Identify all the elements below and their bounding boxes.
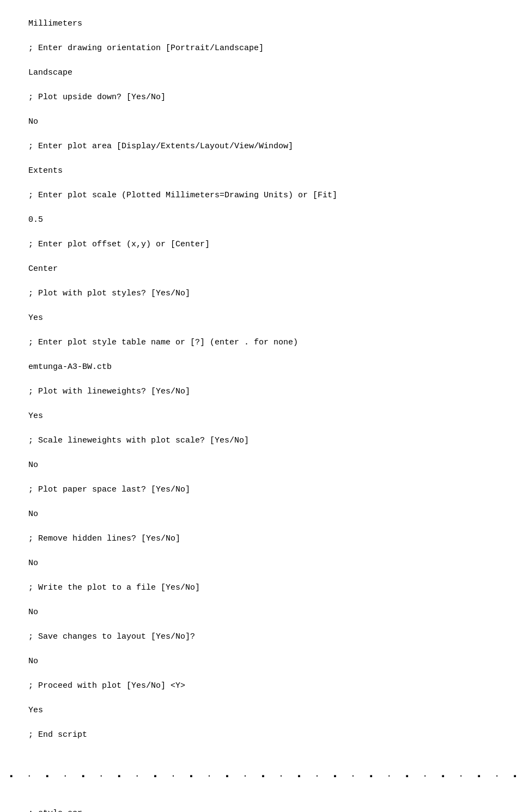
line-save-changes-comment: ; Save changes to layout [Yes/No]? <box>28 632 195 641</box>
line-no-3: No <box>28 510 38 519</box>
style-script-section: ; style.scr ; Kan köras med ScriptPro ; … <box>9 795 514 812</box>
line-plot-area-comment: ; Enter plot area [Display/Extents/Layou… <box>28 142 293 151</box>
line-plot-offset-comment: ; Enter plot offset (x,y) or [Center] <box>28 240 210 249</box>
line-yes-2: Yes <box>28 411 43 421</box>
line-extents: Extents <box>28 166 63 175</box>
line-no-6: No <box>28 657 38 666</box>
line-millimeters: Millimeters <box>28 19 82 28</box>
line-scale-lineweights-comment: ; Scale lineweights with plot scale? [Ye… <box>28 436 249 445</box>
main-content: Millimeters ; Enter drawing orientation … <box>9 5 514 812</box>
line-end-script: ; End script <box>28 730 87 740</box>
line-style-scr-comment: ; style.scr <box>28 809 82 813</box>
line-yes-1: Yes <box>28 313 43 323</box>
line-write-plot-file-comment: ; Write the plot to a file [Yes/No] <box>28 583 200 592</box>
line-scale-value: 0.5 <box>28 215 43 225</box>
line-upside-down-comment: ; Plot upside down? [Yes/No] <box>28 93 166 102</box>
line-no-2: No <box>28 460 38 470</box>
line-ctb-file: emtunga-A3-BW.ctb <box>28 362 112 372</box>
line-plot-scale-comment: ; Enter plot scale (Plotted Millimeters=… <box>28 191 337 200</box>
line-proceed-plot-comment: ; Proceed with plot [Yes/No] <Y> <box>28 681 185 690</box>
line-remove-hidden-comment: ; Remove hidden lines? [Yes/No] <box>28 534 180 543</box>
line-plot-styles-comment: ; Plot with plot styles? [Yes/No] <box>28 289 190 298</box>
line-drawing-orientation-comment: ; Enter drawing orientation [Portrait/La… <box>28 44 264 53</box>
dotted-separator-1: ▪ ⋅ ▪ ⋅ ▪ ⋅ ▪ ⋅ ▪ ⋅ ▪ ⋅ ▪ ⋅ ▪ ⋅ ▪ ⋅ ▪ ⋅ … <box>9 771 514 784</box>
line-plot-style-table-comment: ; Enter plot style table name or [?] (en… <box>28 338 298 347</box>
line-paper-space-last-comment: ; Plot paper space last? [Yes/No] <box>28 485 190 494</box>
line-no-1: No <box>28 117 38 126</box>
line-landscape: Landscape <box>28 68 72 77</box>
plot-script-section: Millimeters ; Enter drawing orientation … <box>9 5 514 754</box>
line-lineweights-comment: ; Plot with lineweights? [Yes/No] <box>28 387 190 396</box>
line-center: Center <box>28 264 58 274</box>
line-yes-3: Yes <box>28 706 43 715</box>
line-no-4: No <box>28 559 38 568</box>
line-no-5: No <box>28 608 38 617</box>
